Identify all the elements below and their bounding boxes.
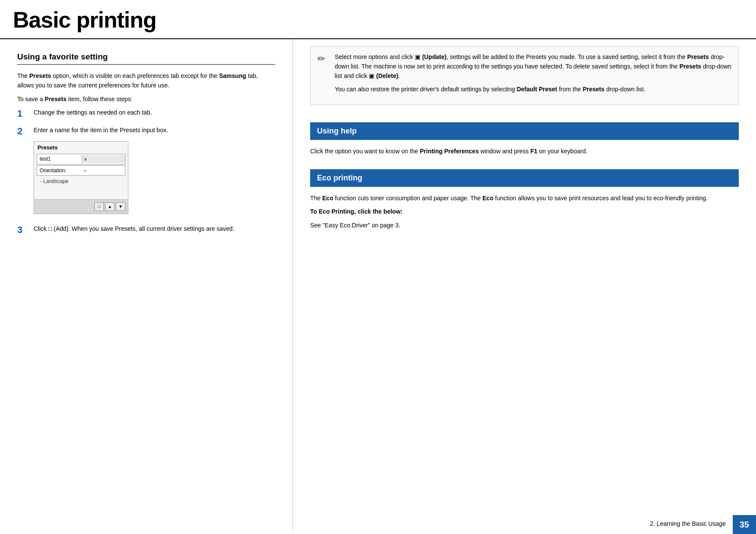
- note-para-1: Select more options and click ▣ (Update)…: [335, 53, 731, 81]
- step-2-num: 2: [17, 126, 34, 137]
- step-3: 3 Click □ (Add). When you save Presets, …: [17, 224, 275, 236]
- note-box: ✏ Select more options and click ▣ (Updat…: [310, 46, 739, 105]
- presets-box: Presets test1 ∨ Orientation: × - Landsca…: [34, 141, 128, 214]
- step-3-text: Click □ (Add). When you save Presets, al…: [34, 224, 275, 234]
- presets-field-value: - Landscape: [34, 177, 128, 186]
- content-area: Using a favorite setting The Presets opt…: [0, 39, 756, 532]
- steps-list: 1 Change the settings as needed on each …: [17, 108, 275, 236]
- presets-item-row: Orientation: ×: [37, 165, 125, 176]
- presets-field-label: Orientation:: [37, 166, 81, 176]
- note-icon: ✏: [317, 53, 330, 99]
- step-1-text: Change the settings as needed on each ta…: [34, 108, 275, 118]
- eco-link-text: See "Easy Eco Driver" on page 3.: [310, 221, 739, 230]
- presets-btn-add[interactable]: □: [94, 202, 104, 211]
- presets-input-value: test1: [37, 154, 82, 164]
- presets-close-x[interactable]: ×: [81, 166, 125, 175]
- step-3-num: 3: [17, 224, 34, 236]
- note-content: Select more options and click ▣ (Update)…: [335, 53, 731, 99]
- presets-box-title: Presets: [34, 142, 128, 153]
- note-para-2: You can also restore the printer driver'…: [335, 85, 731, 94]
- page-footer: 2. Learning the Basic Usage 35: [650, 515, 756, 534]
- intro1-bold2: Samsung: [219, 72, 246, 79]
- step-2-text: Enter a name for the item in the Presets…: [34, 126, 275, 135]
- intro2-text1: To save a: [17, 96, 45, 102]
- presets-btn-up[interactable]: ▲: [105, 202, 115, 211]
- page-title: Basic printing: [13, 8, 743, 32]
- eco-printing-text: The Eco function cuts toner consumption …: [310, 194, 739, 203]
- presets-input-row[interactable]: test1 ∨: [37, 154, 125, 165]
- intro-paragraph-1: The Presets option, which is visible on …: [17, 71, 275, 90]
- page-header: Basic printing: [0, 0, 756, 39]
- left-column: Using a favorite setting The Presets opt…: [0, 39, 293, 532]
- footer-text: 2. Learning the Basic Usage: [650, 515, 733, 534]
- presets-buttons: □ ▲ ▼: [34, 199, 128, 214]
- intro2-bold1: Presets: [45, 96, 67, 102]
- section-heading-favorite: Using a favorite setting: [17, 52, 275, 65]
- intro1-text1: The: [17, 72, 29, 79]
- right-column: ✏ Select more options and click ▣ (Updat…: [293, 39, 756, 532]
- eco-printing-section: Eco printing The Eco function cuts toner…: [310, 169, 739, 230]
- footer-page-num: 35: [733, 515, 756, 534]
- presets-dropdown-arrow[interactable]: ∨: [82, 155, 125, 164]
- intro1-bold1: Presets: [29, 72, 51, 79]
- step-2: 2 Enter a name for the item in the Prese…: [17, 126, 275, 218]
- step-1: 1 Change the settings as needed on each …: [17, 108, 275, 119]
- intro2-text2: item, follow these steps:: [66, 96, 132, 102]
- using-help-heading: Using help: [310, 122, 739, 140]
- using-favorite-section: Using a favorite setting The Presets opt…: [17, 52, 275, 236]
- presets-btn-down[interactable]: ▼: [116, 202, 125, 211]
- using-help-section: Using help Click the option you want to …: [310, 122, 739, 156]
- eco-printing-heading: Eco printing: [310, 169, 739, 187]
- intro1-text2: option, which is visible on each prefere…: [51, 72, 219, 79]
- step-1-num: 1: [17, 108, 34, 119]
- eco-sub-heading: To Eco Printing, click the below:: [310, 207, 739, 217]
- using-help-text: Click the option you want to know on the…: [310, 147, 739, 156]
- intro-paragraph-2: To save a Presets item, follow these ste…: [17, 95, 275, 104]
